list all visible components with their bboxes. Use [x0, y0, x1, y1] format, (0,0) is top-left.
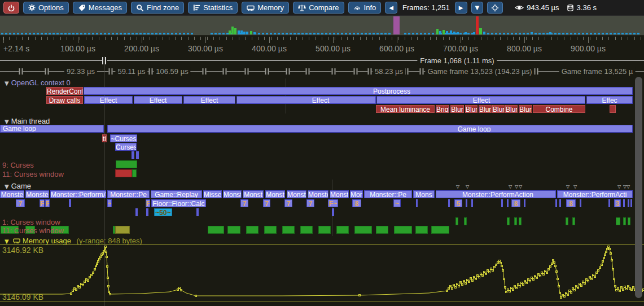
frame-time-dash[interactable] — [274, 33, 276, 34]
frame-time-dash[interactable] — [211, 33, 213, 34]
frame-time-dash[interactable] — [633, 33, 636, 34]
frame-time-dash[interactable] — [369, 33, 371, 34]
zone-bar[interactable] — [555, 199, 557, 207]
zone-bar[interactable]: F — [45, 199, 50, 207]
zone-bar[interactable]: Missed — [203, 190, 222, 198]
frame-time-dash[interactable] — [124, 33, 126, 34]
frame-time-dash[interactable] — [104, 33, 106, 34]
frame-time-dash[interactable] — [37, 33, 39, 34]
frame-time-dash[interactable] — [420, 33, 422, 34]
zone-bar[interactable] — [628, 199, 629, 207]
frame-time-dash[interactable] — [282, 33, 284, 34]
frame-time-bar[interactable] — [240, 30, 243, 34]
frame-time-dash[interactable] — [519, 33, 521, 34]
zone-bar[interactable]: 7 — [306, 199, 314, 207]
zone-bar[interactable]: Monster::PerformActi — [557, 190, 633, 198]
zone-bar[interactable]: 8 — [511, 199, 520, 207]
zone-bar[interactable]: Blur — [465, 105, 477, 113]
frame-time-dash[interactable] — [527, 33, 529, 34]
zone-bar[interactable]: Mons — [413, 190, 435, 198]
zone-bar[interactable]: Draw calls — [46, 96, 83, 104]
zone-bar[interactable]: Blur — [505, 105, 518, 113]
frame-time-dash[interactable] — [428, 33, 430, 34]
frame-time-dash[interactable] — [100, 33, 102, 34]
zone-bar[interactable]: Effect — [236, 96, 376, 104]
zone-bar[interactable] — [227, 226, 240, 234]
zone-bar[interactable] — [572, 217, 575, 225]
frame-time-dash[interactable] — [290, 33, 292, 34]
frame-time-dash[interactable] — [432, 33, 434, 34]
frame-time-dash[interactable] — [578, 33, 580, 34]
frame-time-bar[interactable] — [457, 32, 459, 34]
frame-time-dash[interactable] — [270, 33, 272, 34]
message-marker-icon[interactable]: ▽ — [566, 184, 569, 189]
memory-usage-chart[interactable] — [0, 243, 644, 306]
zone-bar[interactable]: 8 — [352, 199, 361, 207]
zone-bar[interactable] — [116, 160, 137, 168]
frame-time-bar[interactable] — [479, 28, 482, 34]
frame-time-dash[interactable] — [52, 33, 55, 34]
frame-time-dash[interactable] — [301, 33, 304, 34]
zone-bar[interactable] — [416, 199, 418, 207]
frame-time-dash[interactable] — [132, 33, 134, 34]
zone-bar[interactable]: F — [40, 199, 45, 207]
zone-bar[interactable]: Curses — [115, 143, 137, 151]
zone-bar[interactable] — [394, 226, 412, 234]
frame-time-dash[interactable] — [614, 33, 616, 34]
frame-time-dash[interactable] — [546, 33, 549, 34]
frame-time-dash[interactable] — [594, 33, 596, 34]
zone-bar[interactable] — [507, 217, 510, 225]
frame-time-dash[interactable] — [187, 33, 189, 34]
zone-bar[interactable] — [514, 217, 517, 225]
zone-bar[interactable]: Combine — [533, 105, 585, 113]
frame-time-dash[interactable] — [353, 33, 355, 34]
frame-time-bar[interactable] — [450, 30, 452, 34]
frame-time-dash[interactable] — [317, 33, 319, 34]
frame-time-dash[interactable] — [305, 33, 308, 34]
frame-time-dash[interactable] — [582, 33, 584, 34]
zone-bar[interactable]: Monste — [25, 190, 49, 198]
frame-time-bar[interactable] — [231, 27, 234, 34]
frame-time-dash[interactable] — [621, 33, 624, 34]
frame-time-bar[interactable] — [243, 32, 246, 34]
message-marker-icon[interactable]: ▽ — [627, 184, 630, 189]
frame-time-dash[interactable] — [5, 33, 7, 34]
frame-time-bar[interactable] — [446, 31, 448, 34]
zone-bar[interactable]: Effect — [183, 96, 235, 104]
frame-time-dash[interactable] — [625, 33, 628, 34]
frame-time-dash[interactable] — [562, 33, 564, 34]
memory-button[interactable]: Memory — [242, 2, 289, 14]
zone-bar[interactable] — [628, 217, 630, 225]
frame-time-dash[interactable] — [380, 33, 383, 34]
frame-time-dash[interactable] — [297, 33, 300, 34]
zone-bar[interactable] — [616, 217, 620, 225]
frame-time-dash[interactable] — [175, 33, 177, 34]
focus-frame-button[interactable] — [487, 2, 503, 14]
zone-bar[interactable]: ~Curses — [110, 134, 137, 142]
frame-time-dash[interactable] — [128, 33, 130, 34]
frame-time-dash[interactable] — [590, 33, 592, 34]
frame-time-dash[interactable] — [56, 33, 59, 34]
options-button[interactable]: Options — [23, 2, 69, 14]
frame-time-dash[interactable] — [558, 33, 560, 34]
frame-time-dash[interactable] — [218, 33, 221, 34]
zone-bar[interactable]: Monst — [265, 190, 285, 198]
frame-time-dash[interactable] — [45, 33, 47, 34]
zone-bar[interactable] — [146, 208, 148, 216]
zone-bar[interactable] — [282, 226, 295, 234]
zone-bar[interactable] — [431, 226, 449, 234]
frame-time-dash[interactable] — [143, 33, 146, 34]
zone-bar[interactable] — [415, 226, 428, 234]
frame-time-dash[interactable] — [155, 33, 157, 34]
section-header-game[interactable]: ▼Game — [5, 182, 31, 190]
zone-bar[interactable]: Blur — [450, 105, 464, 113]
frame-time-dash[interactable] — [214, 33, 217, 34]
zone-bar[interactable]: Effect — [134, 96, 182, 104]
zone-bar[interactable] — [623, 217, 626, 225]
frame-time-dash[interactable] — [179, 33, 181, 34]
frame-time-dash[interactable] — [92, 33, 94, 34]
zone-bar[interactable] — [448, 199, 450, 207]
info-button[interactable]: Info — [348, 2, 382, 14]
frame-time-dash[interactable] — [309, 33, 312, 34]
zone-bar[interactable]: Blur — [479, 105, 492, 113]
